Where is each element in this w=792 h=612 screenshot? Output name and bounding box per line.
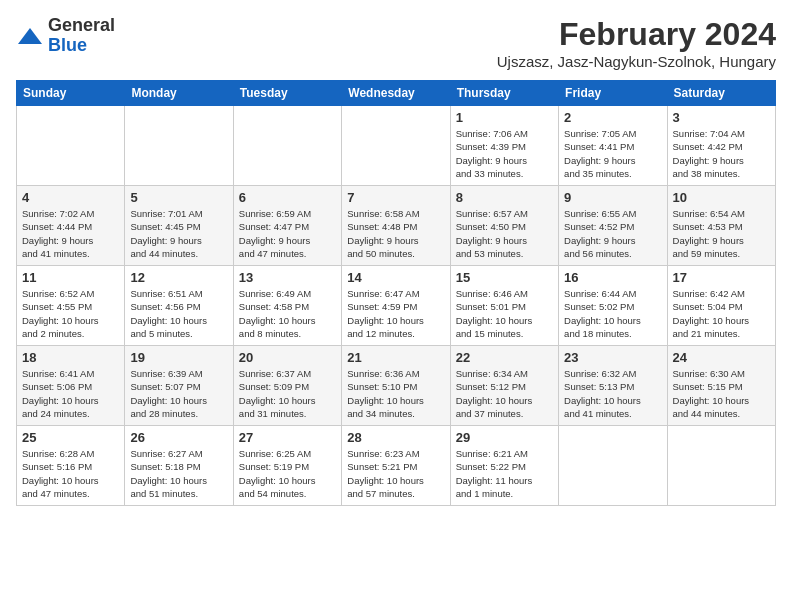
col-header-thursday: Thursday bbox=[450, 81, 558, 106]
day-number: 29 bbox=[456, 430, 553, 445]
day-number: 18 bbox=[22, 350, 119, 365]
day-info: Sunrise: 6:46 AM Sunset: 5:01 PM Dayligh… bbox=[456, 287, 553, 340]
calendar-title: February 2024 bbox=[497, 16, 776, 53]
calendar-cell: 9Sunrise: 6:55 AM Sunset: 4:52 PM Daylig… bbox=[559, 186, 667, 266]
calendar-subtitle: Ujszasz, Jasz-Nagykun-Szolnok, Hungary bbox=[497, 53, 776, 70]
calendar-cell: 24Sunrise: 6:30 AM Sunset: 5:15 PM Dayli… bbox=[667, 346, 775, 426]
day-number: 8 bbox=[456, 190, 553, 205]
calendar-cell: 1Sunrise: 7:06 AM Sunset: 4:39 PM Daylig… bbox=[450, 106, 558, 186]
day-info: Sunrise: 6:27 AM Sunset: 5:18 PM Dayligh… bbox=[130, 447, 227, 500]
day-number: 26 bbox=[130, 430, 227, 445]
day-number: 7 bbox=[347, 190, 444, 205]
calendar-cell: 17Sunrise: 6:42 AM Sunset: 5:04 PM Dayli… bbox=[667, 266, 775, 346]
day-info: Sunrise: 7:02 AM Sunset: 4:44 PM Dayligh… bbox=[22, 207, 119, 260]
week-row: 18Sunrise: 6:41 AM Sunset: 5:06 PM Dayli… bbox=[17, 346, 776, 426]
page-header: General Blue February 2024 Ujszasz, Jasz… bbox=[16, 16, 776, 70]
logo-general: General bbox=[48, 16, 115, 36]
day-info: Sunrise: 6:51 AM Sunset: 4:56 PM Dayligh… bbox=[130, 287, 227, 340]
calendar-cell: 11Sunrise: 6:52 AM Sunset: 4:55 PM Dayli… bbox=[17, 266, 125, 346]
col-header-sunday: Sunday bbox=[17, 81, 125, 106]
calendar-cell: 7Sunrise: 6:58 AM Sunset: 4:48 PM Daylig… bbox=[342, 186, 450, 266]
calendar-cell bbox=[342, 106, 450, 186]
day-number: 3 bbox=[673, 110, 770, 125]
day-info: Sunrise: 6:32 AM Sunset: 5:13 PM Dayligh… bbox=[564, 367, 661, 420]
day-info: Sunrise: 6:21 AM Sunset: 5:22 PM Dayligh… bbox=[456, 447, 553, 500]
calendar-cell bbox=[559, 426, 667, 506]
day-info: Sunrise: 6:55 AM Sunset: 4:52 PM Dayligh… bbox=[564, 207, 661, 260]
calendar-cell: 13Sunrise: 6:49 AM Sunset: 4:58 PM Dayli… bbox=[233, 266, 341, 346]
col-header-friday: Friday bbox=[559, 81, 667, 106]
calendar-cell: 2Sunrise: 7:05 AM Sunset: 4:41 PM Daylig… bbox=[559, 106, 667, 186]
calendar-cell: 29Sunrise: 6:21 AM Sunset: 5:22 PM Dayli… bbox=[450, 426, 558, 506]
day-info: Sunrise: 6:54 AM Sunset: 4:53 PM Dayligh… bbox=[673, 207, 770, 260]
calendar-cell: 23Sunrise: 6:32 AM Sunset: 5:13 PM Dayli… bbox=[559, 346, 667, 426]
calendar-cell bbox=[667, 426, 775, 506]
calendar-table: SundayMondayTuesdayWednesdayThursdayFrid… bbox=[16, 80, 776, 506]
day-info: Sunrise: 6:44 AM Sunset: 5:02 PM Dayligh… bbox=[564, 287, 661, 340]
calendar-cell: 16Sunrise: 6:44 AM Sunset: 5:02 PM Dayli… bbox=[559, 266, 667, 346]
day-number: 1 bbox=[456, 110, 553, 125]
day-number: 23 bbox=[564, 350, 661, 365]
calendar-cell: 10Sunrise: 6:54 AM Sunset: 4:53 PM Dayli… bbox=[667, 186, 775, 266]
day-number: 28 bbox=[347, 430, 444, 445]
day-number: 22 bbox=[456, 350, 553, 365]
day-number: 10 bbox=[673, 190, 770, 205]
calendar-cell: 19Sunrise: 6:39 AM Sunset: 5:07 PM Dayli… bbox=[125, 346, 233, 426]
day-info: Sunrise: 7:05 AM Sunset: 4:41 PM Dayligh… bbox=[564, 127, 661, 180]
day-info: Sunrise: 6:59 AM Sunset: 4:47 PM Dayligh… bbox=[239, 207, 336, 260]
calendar-cell bbox=[17, 106, 125, 186]
day-info: Sunrise: 7:06 AM Sunset: 4:39 PM Dayligh… bbox=[456, 127, 553, 180]
day-info: Sunrise: 6:42 AM Sunset: 5:04 PM Dayligh… bbox=[673, 287, 770, 340]
calendar-cell: 4Sunrise: 7:02 AM Sunset: 4:44 PM Daylig… bbox=[17, 186, 125, 266]
calendar-cell: 3Sunrise: 7:04 AM Sunset: 4:42 PM Daylig… bbox=[667, 106, 775, 186]
calendar-cell: 14Sunrise: 6:47 AM Sunset: 4:59 PM Dayli… bbox=[342, 266, 450, 346]
day-number: 19 bbox=[130, 350, 227, 365]
week-row: 11Sunrise: 6:52 AM Sunset: 4:55 PM Dayli… bbox=[17, 266, 776, 346]
day-number: 13 bbox=[239, 270, 336, 285]
calendar-cell: 28Sunrise: 6:23 AM Sunset: 5:21 PM Dayli… bbox=[342, 426, 450, 506]
day-info: Sunrise: 6:34 AM Sunset: 5:12 PM Dayligh… bbox=[456, 367, 553, 420]
day-info: Sunrise: 6:30 AM Sunset: 5:15 PM Dayligh… bbox=[673, 367, 770, 420]
calendar-cell: 6Sunrise: 6:59 AM Sunset: 4:47 PM Daylig… bbox=[233, 186, 341, 266]
day-number: 25 bbox=[22, 430, 119, 445]
logo-blue: Blue bbox=[48, 36, 115, 56]
day-number: 16 bbox=[564, 270, 661, 285]
calendar-cell: 18Sunrise: 6:41 AM Sunset: 5:06 PM Dayli… bbox=[17, 346, 125, 426]
calendar-cell: 12Sunrise: 6:51 AM Sunset: 4:56 PM Dayli… bbox=[125, 266, 233, 346]
day-number: 11 bbox=[22, 270, 119, 285]
week-row: 1Sunrise: 7:06 AM Sunset: 4:39 PM Daylig… bbox=[17, 106, 776, 186]
day-info: Sunrise: 6:25 AM Sunset: 5:19 PM Dayligh… bbox=[239, 447, 336, 500]
day-info: Sunrise: 6:36 AM Sunset: 5:10 PM Dayligh… bbox=[347, 367, 444, 420]
logo: General Blue bbox=[16, 16, 115, 56]
col-header-tuesday: Tuesday bbox=[233, 81, 341, 106]
day-info: Sunrise: 7:01 AM Sunset: 4:45 PM Dayligh… bbox=[130, 207, 227, 260]
day-info: Sunrise: 6:28 AM Sunset: 5:16 PM Dayligh… bbox=[22, 447, 119, 500]
col-header-wednesday: Wednesday bbox=[342, 81, 450, 106]
calendar-cell: 22Sunrise: 6:34 AM Sunset: 5:12 PM Dayli… bbox=[450, 346, 558, 426]
day-info: Sunrise: 6:37 AM Sunset: 5:09 PM Dayligh… bbox=[239, 367, 336, 420]
day-number: 9 bbox=[564, 190, 661, 205]
day-info: Sunrise: 6:47 AM Sunset: 4:59 PM Dayligh… bbox=[347, 287, 444, 340]
day-info: Sunrise: 6:57 AM Sunset: 4:50 PM Dayligh… bbox=[456, 207, 553, 260]
calendar-cell: 26Sunrise: 6:27 AM Sunset: 5:18 PM Dayli… bbox=[125, 426, 233, 506]
day-number: 5 bbox=[130, 190, 227, 205]
calendar-cell: 20Sunrise: 6:37 AM Sunset: 5:09 PM Dayli… bbox=[233, 346, 341, 426]
day-number: 2 bbox=[564, 110, 661, 125]
day-number: 17 bbox=[673, 270, 770, 285]
day-number: 4 bbox=[22, 190, 119, 205]
day-number: 15 bbox=[456, 270, 553, 285]
calendar-cell: 21Sunrise: 6:36 AM Sunset: 5:10 PM Dayli… bbox=[342, 346, 450, 426]
day-info: Sunrise: 6:39 AM Sunset: 5:07 PM Dayligh… bbox=[130, 367, 227, 420]
calendar-cell: 27Sunrise: 6:25 AM Sunset: 5:19 PM Dayli… bbox=[233, 426, 341, 506]
day-info: Sunrise: 6:23 AM Sunset: 5:21 PM Dayligh… bbox=[347, 447, 444, 500]
calendar-cell bbox=[125, 106, 233, 186]
day-info: Sunrise: 7:04 AM Sunset: 4:42 PM Dayligh… bbox=[673, 127, 770, 180]
calendar-cell: 5Sunrise: 7:01 AM Sunset: 4:45 PM Daylig… bbox=[125, 186, 233, 266]
logo-icon bbox=[16, 24, 44, 52]
day-info: Sunrise: 6:58 AM Sunset: 4:48 PM Dayligh… bbox=[347, 207, 444, 260]
col-header-saturday: Saturday bbox=[667, 81, 775, 106]
svg-marker-0 bbox=[18, 28, 42, 44]
calendar-cell: 8Sunrise: 6:57 AM Sunset: 4:50 PM Daylig… bbox=[450, 186, 558, 266]
day-info: Sunrise: 6:49 AM Sunset: 4:58 PM Dayligh… bbox=[239, 287, 336, 340]
day-number: 12 bbox=[130, 270, 227, 285]
